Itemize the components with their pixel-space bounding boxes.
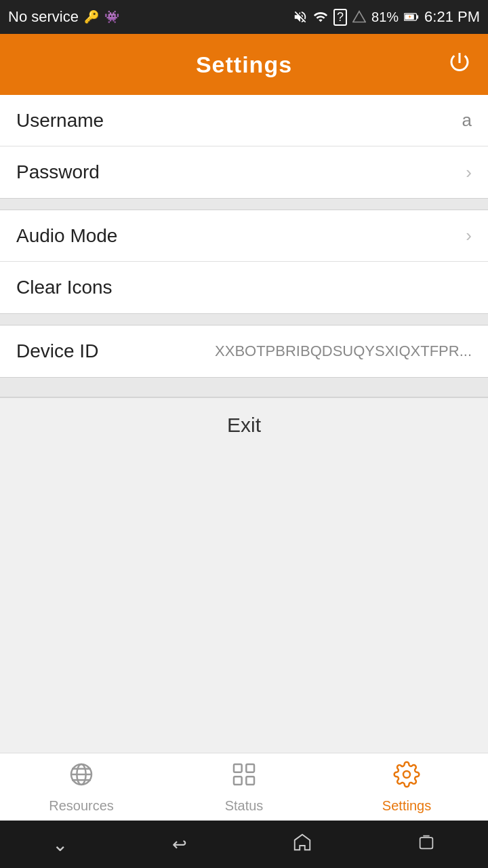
section-divider-1 bbox=[0, 198, 488, 210]
back-button[interactable]: ↩ bbox=[172, 834, 187, 855]
robot-icon: 👾 bbox=[104, 9, 119, 24]
password-item[interactable]: Password › bbox=[0, 146, 488, 198]
nav-status[interactable]: Status bbox=[163, 761, 325, 814]
wifi-icon bbox=[313, 9, 328, 24]
no-service-text: No service bbox=[8, 8, 79, 26]
settings-group-1: Username a Password › bbox=[0, 95, 488, 198]
nav-settings[interactable]: Settings bbox=[325, 761, 488, 814]
key-icon: 🔑 bbox=[84, 9, 99, 24]
nav-resources[interactable]: Resources bbox=[0, 761, 163, 814]
settings-nav-label: Settings bbox=[382, 798, 431, 814]
section-divider-2 bbox=[0, 313, 488, 326]
svg-rect-11 bbox=[246, 776, 254, 785]
svg-rect-10 bbox=[234, 776, 242, 785]
app-header: Settings bbox=[0, 34, 488, 95]
battery-icon bbox=[404, 12, 419, 22]
settings-icon bbox=[393, 761, 420, 794]
signal-icon bbox=[352, 10, 366, 24]
audio-mode-label: Audio Mode bbox=[16, 225, 117, 247]
bottom-nav: Resources Status Settings bbox=[0, 753, 488, 821]
device-id-value: XXBOTPBRIBQDSUQYSXIQXTFPR... bbox=[215, 342, 472, 360]
system-nav: ⌄ ↩ bbox=[0, 821, 488, 868]
time-text: 6:21 PM bbox=[424, 8, 480, 26]
username-value: a bbox=[462, 110, 472, 131]
svg-rect-8 bbox=[234, 764, 242, 772]
dropdown-button[interactable]: ⌄ bbox=[52, 833, 68, 856]
svg-rect-13 bbox=[420, 837, 433, 848]
power-button[interactable] bbox=[447, 50, 472, 79]
settings-group-2: Audio Mode › Clear Icons bbox=[0, 210, 488, 313]
settings-group-3: Device ID XXBOTPBRIBQDSUQYSXIQXTFPR... bbox=[0, 326, 488, 377]
password-chevron-icon: › bbox=[466, 162, 472, 183]
home-button[interactable] bbox=[292, 832, 312, 857]
battery-text: 81% bbox=[371, 9, 399, 25]
exit-label: Exit bbox=[227, 414, 261, 437]
section-divider-3 bbox=[0, 377, 488, 397]
status-bar: No service 🔑 👾 ? 81% 6:21 PM bbox=[0, 0, 488, 34]
username-item[interactable]: Username a bbox=[0, 95, 488, 146]
clear-icons-label: Clear Icons bbox=[16, 277, 113, 298]
resources-label: Resources bbox=[49, 798, 114, 814]
status-right: ? 81% 6:21 PM bbox=[293, 8, 480, 26]
username-label: Username bbox=[16, 110, 104, 132]
mute-icon bbox=[293, 9, 308, 24]
question-icon: ? bbox=[333, 9, 347, 26]
svg-point-12 bbox=[403, 771, 410, 778]
status-left: No service 🔑 👾 bbox=[8, 8, 119, 26]
page-title: Settings bbox=[196, 52, 292, 78]
content-area: Username a Password › Audio Mode › Clear… bbox=[0, 95, 488, 753]
status-icon bbox=[230, 761, 258, 794]
device-id-label: Device ID bbox=[16, 340, 98, 362]
svg-rect-9 bbox=[246, 764, 254, 772]
audio-mode-item[interactable]: Audio Mode › bbox=[0, 210, 488, 262]
svg-rect-1 bbox=[417, 15, 419, 18]
clear-icons-item[interactable]: Clear Icons bbox=[0, 262, 488, 313]
password-label: Password bbox=[16, 161, 100, 183]
device-id-item[interactable]: Device ID XXBOTPBRIBQDSUQYSXIQXTFPR... bbox=[0, 326, 488, 377]
exit-button[interactable]: Exit bbox=[0, 397, 488, 452]
resources-icon bbox=[68, 761, 95, 794]
recents-button[interactable] bbox=[417, 833, 436, 856]
audio-mode-chevron-icon: › bbox=[466, 225, 472, 246]
status-label: Status bbox=[225, 798, 264, 814]
